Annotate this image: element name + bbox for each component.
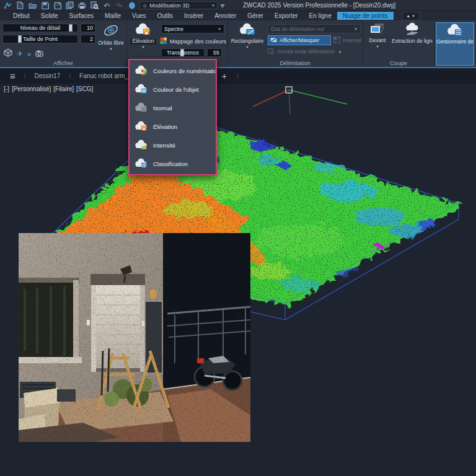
dropdown-item-couleur-de-lobjet[interactable]: Couleur de l'objet — [130, 80, 216, 99]
ribbon-collapse-button[interactable]: ▲▼ — [402, 12, 420, 20]
fly-mode-icon[interactable]: ✈ — [17, 50, 23, 58]
tab-separator: / — [66, 73, 73, 79]
new-tab-button[interactable]: + — [216, 71, 233, 81]
orbit-icon — [103, 22, 119, 40]
viewport-cs-control[interactable]: [SCG] — [76, 86, 93, 92]
open-file-icon[interactable] — [28, 1, 37, 10]
dropdown-item-classification[interactable]: Classification — [130, 154, 216, 173]
walk-mode-icon[interactable]: » — [27, 50, 31, 58]
front-view-icon — [369, 22, 386, 38]
viewport-visualstyle-control[interactable]: [Filaire] — [53, 86, 74, 92]
niveau-detail-slider[interactable]: Niveau de détail — [2, 24, 78, 32]
inverser-button[interactable]: Inverser — [333, 35, 363, 45]
cloud-classification-icon — [134, 157, 149, 170]
zwcad-logo-icon — [3, 1, 12, 10]
ribbon: Niveau de détail 10 Taille de Point 2 ✈ … — [0, 20, 476, 68]
extraction-lignes-section-button[interactable]: Extraction de lignes de section — [392, 22, 433, 60]
tab-maille[interactable]: Maille — [99, 12, 126, 20]
new-file-icon[interactable] — [15, 1, 25, 10]
viewport-controls: [-] [Personnalisé] [Filaire] [SCG] — [4, 86, 93, 92]
tab-gerer[interactable]: Gérer — [242, 12, 269, 20]
spectre-select[interactable]: Spectre ▼ — [161, 24, 224, 33]
drawing-viewport[interactable]: [-] [Personnalisé] [Filaire] [SCG] — [0, 84, 476, 476]
taille-point-slider[interactable]: Taille de Point — [2, 35, 78, 43]
tab-separator: / — [234, 73, 241, 79]
tab-outils[interactable]: Outils — [152, 12, 179, 20]
preview-icon[interactable] — [90, 1, 99, 10]
devant-button[interactable]: Devant ▼ — [364, 22, 390, 60]
print-icon[interactable] — [77, 1, 87, 10]
dropdown-item-elevation[interactable]: Élévation — [130, 117, 216, 136]
annule-delimitation-button[interactable]: Annule toute délimitation ▼ — [268, 46, 363, 56]
transparence-slider[interactable]: Transparence — [161, 48, 205, 57]
panel-label-afficher: Afficher — [0, 60, 126, 66]
invert-clip-icon — [333, 37, 340, 45]
ribbon-tab-bar: Début Solide Surfaces Maille Vues Outils… — [0, 11, 476, 20]
elevation-dropdown-menu: Couleurs de numérisation Couleur de l'ob… — [128, 59, 217, 175]
zwcad-window: ↶▾ ↷▾ ☼ Modélisation 3D ▼ ▬▼ ZWCAD 2025 … — [0, 0, 476, 476]
tab-exporter[interactable]: Exporter — [269, 12, 304, 20]
transparence-value[interactable]: 55 — [207, 48, 222, 57]
mappage-couleurs-button[interactable]: Mappage des couleurs — [160, 37, 227, 46]
color-mapping-icon — [160, 37, 167, 46]
dropdown-item-intensite[interactable]: Intensité — [130, 136, 216, 154]
undo-icon[interactable]: ↶▾ — [102, 1, 112, 10]
photo-grain — [19, 233, 250, 442]
tab-en-ligne[interactable]: En ligne — [304, 12, 337, 20]
panel-label-coupe: Coupe — [363, 60, 434, 66]
gestionnaire-nuages-button[interactable]: Gestionnaire de nuages de points — [436, 22, 474, 66]
cloud-section-lines-icon — [403, 22, 421, 38]
camera-icon[interactable] — [35, 48, 45, 60]
chevron-down-icon: ▼ — [338, 50, 342, 54]
tab-separator: / — [22, 73, 29, 79]
afficher-masquer-button[interactable]: Afficher/Masquer — [268, 35, 331, 45]
tab-inserer[interactable]: Insérer — [178, 12, 209, 20]
copy-icon[interactable] — [65, 1, 74, 10]
workspace-value: Modélisation 3D — [149, 2, 190, 9]
chevron-down-icon: ▼ — [141, 45, 144, 49]
workspace-switch-button[interactable]: ▬▼ — [221, 3, 224, 8]
tab-solide[interactable]: Solide — [35, 12, 64, 20]
viewport-corner-control[interactable]: [-] — [4, 86, 9, 92]
tab-annoter[interactable]: Annoter — [209, 12, 242, 20]
cloud-intensity-icon — [134, 139, 149, 152]
chevron-down-icon: ▼ — [354, 27, 358, 31]
scan-photo-inset[interactable] — [19, 233, 250, 442]
window-title: ZWCAD 2025 Version Professionnelle - [De… — [243, 2, 395, 9]
cloud-elevation-icon — [134, 22, 152, 38]
taille-point-value[interactable]: 2 — [81, 35, 95, 43]
tab-vues[interactable]: Vues — [126, 12, 151, 20]
dropdown-item-normal[interactable]: Normal — [130, 99, 216, 117]
cloud-scan-colors-icon — [134, 64, 149, 77]
ucs-icon[interactable] — [253, 87, 347, 115]
viewport-view-control[interactable]: [Personnalisé] — [12, 86, 51, 92]
niveau-detail-value[interactable]: 10 — [81, 24, 95, 32]
clear-clip-icon — [268, 48, 275, 56]
online-globe-icon[interactable] — [127, 1, 136, 10]
dropdown-item-couleurs-de-numerisation[interactable]: Couleurs de numérisation — [130, 61, 216, 80]
niveau-detail-label: Niveau de détail — [3, 24, 77, 32]
workspace-selector[interactable]: ☼ Modélisation 3D ▼ — [139, 1, 218, 9]
document-tab-bar: ≡ / Dessin17 / Fanuc robot arm_M90 Dessi… — [0, 68, 476, 84]
3d-cube-icon[interactable] — [4, 48, 12, 60]
save-icon[interactable] — [40, 1, 50, 10]
menu-hamburger-icon[interactable]: ≡ — [5, 71, 20, 81]
orbite-libre-button[interactable]: Orbite libre ▼ — [97, 22, 125, 60]
save-as-icon[interactable] — [53, 1, 62, 10]
doc-tab-dessin17[interactable]: Dessin17 — [30, 70, 66, 82]
transparence-label: Transparence — [162, 49, 204, 56]
cloud-rectangular-clip-icon — [238, 22, 257, 38]
taille-point-label: Taille de Point — [3, 35, 77, 43]
redo-icon[interactable]: ↷▾ — [115, 1, 124, 10]
tab-debut[interactable]: Début — [7, 12, 35, 20]
show-hide-clip-icon — [270, 37, 277, 45]
cloud-elevation-icon — [134, 120, 149, 133]
rectangulaire-button[interactable]: Rectangulaire ▼ — [229, 22, 265, 60]
tab-surfaces[interactable]: Surfaces — [64, 12, 99, 20]
gear-icon: ☼ — [142, 2, 148, 9]
tab-nuage-de-points[interactable]: Nuage de points — [337, 12, 394, 20]
etat-delimitation-select[interactable]: État de délimitation nor ▼ — [268, 24, 361, 33]
elevation-split-button[interactable]: Élévation ▼ — [128, 22, 158, 60]
chevron-down-icon: ▼ — [211, 4, 215, 7]
cloud-object-color-icon — [134, 83, 149, 96]
